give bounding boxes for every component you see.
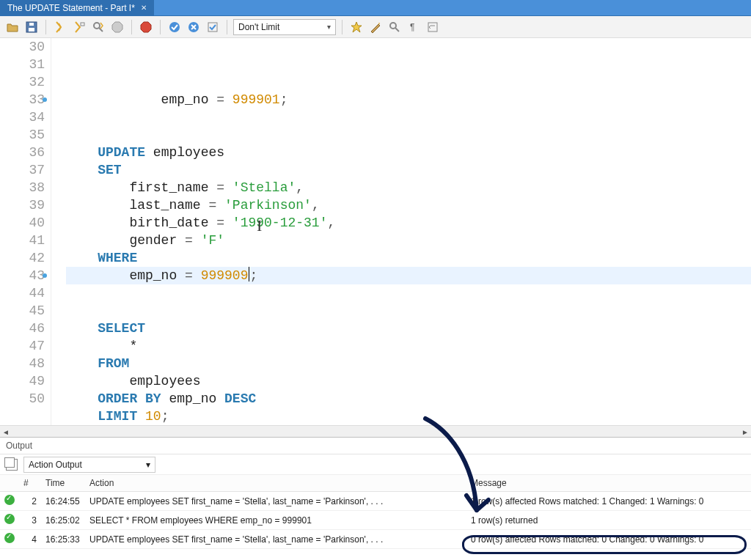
toggle-invisible-icon[interactable]: ¶ [406, 19, 422, 35]
separator [342, 20, 342, 34]
code-line[interactable]: last_name = 'Parkinson', [66, 196, 751, 214]
output-row[interactable]: 216:24:55UPDATE employees SET first_name… [0, 492, 751, 511]
sql-editor[interactable]: 3031323334353637383940414243444546474849… [0, 38, 751, 425]
code-line[interactable]: birth_date = '1990-12-31', [66, 214, 751, 232]
svg-text:¶: ¶ [410, 22, 414, 32]
output-type-dropdown[interactable]: Action Output ▾ [23, 457, 155, 473]
find-icon[interactable] [387, 19, 403, 35]
tab-title: The UPDATE Statement - Part I* [7, 3, 135, 13]
open-file-icon[interactable] [4, 19, 21, 35]
code-line[interactable]: FROM [66, 355, 751, 372]
line-number: 39 [0, 196, 45, 214]
wrap-icon[interactable] [425, 19, 441, 35]
line-number: 34 [0, 108, 45, 126]
chevron-down-icon: ▾ [327, 23, 331, 31]
chevron-down-icon: ▾ [146, 460, 150, 470]
grid-header-row: # Time Action Message [0, 475, 751, 492]
line-number: 49 [0, 372, 45, 390]
code-line[interactable] [66, 108, 751, 126]
line-number: 38 [0, 179, 45, 196]
toolbar: Don't Limit ▾ ¶ [0, 16, 751, 38]
statement-marker-icon [43, 273, 47, 278]
execute-icon[interactable] [52, 19, 68, 35]
close-icon[interactable]: ✕ [141, 4, 147, 12]
line-number: 48 [0, 355, 45, 372]
line-number: 30 [0, 38, 45, 56]
line-number: 50 [0, 390, 45, 408]
stop-icon[interactable] [109, 19, 125, 35]
explain-icon[interactable] [90, 19, 106, 35]
line-number: 32 [0, 73, 45, 91]
tab-bar: The UPDATE Statement - Part I* ✕ [0, 0, 751, 16]
svg-rect-2 [29, 23, 34, 26]
row-action: UPDATE employees SET first_name = 'Stell… [85, 530, 466, 549]
svg-rect-15 [428, 23, 437, 32]
row-message: 1 row(s) returned [466, 511, 751, 530]
code-line[interactable]: gender = 'F' [66, 232, 751, 249]
output-row[interactable]: 316:25:02SELECT * FROM employees WHERE e… [0, 511, 751, 530]
output-row[interactable]: 416:25:33UPDATE employees SET first_name… [0, 530, 751, 549]
separator [227, 20, 227, 34]
code-line[interactable]: first_name = 'Stella', [66, 179, 751, 196]
line-number: 37 [0, 161, 45, 179]
row-time: 16:24:55 [41, 492, 85, 511]
editor-tab[interactable]: The UPDATE Statement - Part I* ✕ [0, 0, 155, 15]
stop-on-error-icon[interactable] [138, 19, 154, 35]
line-number: 44 [0, 284, 45, 302]
code-line[interactable] [66, 284, 751, 302]
line-number: 36 [0, 144, 45, 161]
copy-icon[interactable] [6, 459, 18, 471]
statement-marker-icon [43, 97, 47, 102]
col-number[interactable]: # [19, 475, 41, 492]
col-message[interactable]: Message [466, 475, 751, 492]
code-line[interactable]: employees [66, 372, 751, 390]
limit-rows-dropdown[interactable]: Don't Limit ▾ [233, 19, 336, 35]
row-message: 1 row(s) affected Rows matched: 1 Change… [466, 492, 751, 511]
limit-rows-label: Don't Limit [238, 22, 279, 32]
svg-point-8 [169, 22, 180, 32]
code-line[interactable]: emp_no = 999901; [66, 91, 751, 108]
col-action[interactable]: Action [85, 475, 466, 492]
line-gutter: 3031323334353637383940414243444546474849… [0, 38, 51, 425]
svg-marker-6 [112, 22, 122, 32]
rollback-icon[interactable] [186, 19, 202, 35]
code-line[interactable]: SELECT [66, 320, 751, 337]
horizontal-scrollbar[interactable]: ◄ ► [0, 425, 751, 437]
favorite-icon[interactable] [348, 19, 364, 35]
output-title: Output [0, 438, 751, 454]
svg-point-11 [378, 23, 380, 24]
execute-current-icon[interactable] [71, 19, 87, 35]
code-line[interactable]: emp_no = 999909; [66, 267, 751, 284]
col-time[interactable]: Time [41, 475, 85, 492]
separator [131, 20, 132, 34]
autocommit-icon[interactable] [205, 19, 221, 35]
code-line[interactable]: * [66, 337, 751, 355]
output-panel: Output Action Output ▾ # Time Action Mes… [0, 437, 751, 549]
code-area[interactable]: I emp_no = 999901; UPDATE employees SET … [51, 38, 751, 425]
scroll-left-icon[interactable]: ◄ [0, 426, 12, 438]
save-icon[interactable] [23, 19, 40, 35]
svg-rect-1 [29, 28, 34, 32]
code-line[interactable] [66, 126, 751, 144]
code-line[interactable] [66, 302, 751, 320]
code-line[interactable]: WHERE [66, 249, 751, 267]
text-cursor-icon: I [257, 217, 262, 235]
code-line[interactable]: SET [66, 161, 751, 179]
row-time: 16:25:33 [41, 530, 85, 549]
code-line[interactable]: UPDATE employees [66, 144, 751, 161]
svg-rect-3 [81, 23, 84, 26]
line-number: 43 [0, 267, 45, 284]
row-num: 3 [19, 511, 41, 530]
scroll-right-icon[interactable]: ► [739, 426, 751, 438]
svg-point-4 [94, 23, 100, 29]
svg-line-13 [395, 28, 399, 32]
svg-rect-10 [208, 23, 217, 32]
line-number: 47 [0, 337, 45, 355]
beautify-icon[interactable] [367, 19, 384, 35]
commit-icon[interactable] [166, 19, 183, 35]
code-line[interactable]: ORDER BY emp_no DESC [66, 390, 751, 408]
code-line[interactable]: LIMIT 10; [66, 408, 751, 425]
separator [160, 20, 161, 34]
line-number: 46 [0, 320, 45, 337]
line-number: 40 [0, 214, 45, 232]
